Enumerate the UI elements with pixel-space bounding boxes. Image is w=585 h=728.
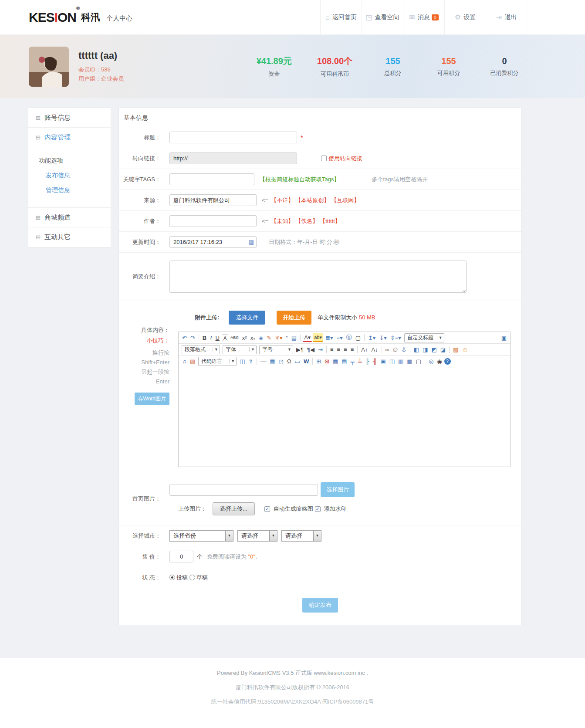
link-icon[interactable]: ∞ [384, 345, 391, 354]
province-select[interactable]: 选择省份▼ [169, 530, 233, 542]
align-left-icon[interactable]: ≡ [329, 345, 335, 354]
insert-image-icon[interactable]: ▧ [452, 345, 460, 354]
unlink-icon[interactable]: ∅ [392, 345, 399, 354]
anchor-name-icon[interactable]: ⓐ [345, 333, 353, 342]
calendar-icon[interactable]: ▦ [249, 239, 254, 245]
ltr-paragraph-icon[interactable]: ▶¶ [295, 345, 305, 354]
new-document-icon[interactable]: ▢ [354, 333, 362, 342]
special-char-icon[interactable]: Ω [286, 357, 293, 366]
indent-icon[interactable]: ↥▾ [367, 333, 377, 342]
draft-radio[interactable] [189, 575, 195, 580]
delete-row-icon[interactable]: ╧ [357, 357, 363, 366]
outdent-icon[interactable]: ↧▾ [378, 333, 388, 342]
save-word-images-button[interactable]: 存Word图片 [135, 393, 169, 405]
word-paste-icon[interactable]: W [302, 357, 310, 366]
district-select[interactable]: 请选择▼ [281, 530, 321, 542]
unordered-list-icon[interactable]: ≡▾ [335, 333, 344, 342]
insert-table-icon[interactable]: ⊞ [315, 357, 322, 366]
undo-icon[interactable]: ↶ [181, 333, 188, 342]
intro-textarea[interactable] [169, 261, 467, 293]
redo-icon[interactable]: ↷ [189, 333, 196, 342]
sidebar-item-account[interactable]: ⊞ 账号信息 [28, 108, 111, 128]
author-option-link[interactable]: 【未知】 [271, 217, 294, 225]
redirect-url-input[interactable] [169, 152, 297, 164]
choose-file-button[interactable]: 选择文件 [229, 311, 265, 325]
status-option-submit[interactable]: 投稿 [169, 574, 188, 582]
status-option-draft[interactable]: 草稿 [189, 574, 208, 582]
insert-row-icon[interactable]: ╤ [349, 357, 356, 366]
strikethrough-icon[interactable]: ABC [229, 333, 240, 342]
find-replace-icon[interactable]: ◉ [436, 357, 443, 366]
underline-icon[interactable]: U [214, 333, 221, 342]
rtl-paragraph-icon[interactable]: ¶◀ [306, 345, 316, 354]
format-brush-icon[interactable]: ✎ [265, 333, 273, 342]
title-input[interactable] [169, 132, 297, 143]
music-icon[interactable]: ♫ [181, 357, 188, 366]
align-center-icon[interactable]: ≡ [335, 345, 342, 354]
first-indent-icon[interactable]: ⇥ [317, 345, 324, 354]
calendar-insert-icon[interactable]: ▦ [268, 357, 276, 366]
bold-icon[interactable]: B [201, 333, 208, 342]
source-option-link[interactable]: 【互联网】 [331, 196, 359, 204]
blockquote-icon[interactable]: “ [285, 333, 289, 342]
ordered-list-icon[interactable]: ≣▾ [324, 333, 334, 342]
table-header-icon[interactable]: ▥ [397, 357, 405, 366]
layout-column-icon[interactable]: ◫ [238, 357, 246, 366]
avatar[interactable] [29, 47, 69, 87]
preview-icon[interactable]: ◎ [427, 357, 435, 366]
sidebar-link-publish[interactable]: 发布信息 [28, 168, 111, 183]
nav-back-home[interactable]: ⌂ 返回首页 [320, 0, 362, 35]
horizontal-rule-icon[interactable]: — [259, 357, 267, 366]
sidebar-item-content[interactable]: ⊟ 内容管理 [28, 128, 111, 147]
table-border-icon[interactable]: ▩ [406, 357, 413, 366]
auto-thumbnail-checkbox[interactable]: ✓ [264, 506, 270, 512]
font-smaller-icon[interactable]: A↓ [370, 345, 379, 354]
split-cell-icon[interactable]: ◫ [388, 357, 396, 366]
screenshot-icon[interactable]: ▭ [294, 357, 301, 366]
home-image-url-input[interactable] [169, 484, 318, 496]
eraser-icon[interactable]: ◈ [257, 333, 264, 342]
use-redirect-checkbox[interactable] [321, 156, 327, 161]
delete-table-icon[interactable]: ⊠ [323, 357, 331, 366]
delete-col-icon[interactable]: ╢ [372, 357, 378, 366]
align-right-icon[interactable]: ≡ [342, 345, 348, 354]
code-language-select[interactable]: 代码语言▼ [198, 357, 237, 366]
image-right-icon[interactable]: ◪ [439, 345, 447, 354]
insert-col-icon[interactable]: ╟ [364, 357, 371, 366]
clear-format-icon[interactable]: ✳▾ [274, 333, 284, 342]
auto-tags-link[interactable]: 【根据简短标题自动获取Tags】 [260, 176, 339, 183]
font-bigger-icon[interactable]: A↑ [360, 345, 369, 354]
subscript-icon[interactable]: x₂ [249, 333, 257, 342]
choose-upload-button[interactable]: 选择上传... [213, 502, 255, 515]
source-input[interactable] [169, 194, 257, 206]
table-props-icon[interactable]: ▦ [331, 357, 339, 366]
author-input[interactable] [169, 215, 257, 227]
sidebar-item-mall[interactable]: ⊞ 商城频道 [28, 208, 111, 227]
nav-view-space[interactable]: ◳ 查看空间 [362, 0, 403, 35]
confirm-publish-button[interactable]: 确定发布 [302, 598, 338, 613]
logo[interactable]: KESION® 科汛 个人中心 [29, 10, 320, 25]
merge-cells-icon[interactable]: ▣ [379, 357, 387, 366]
font-color-icon[interactable]: A▾ [303, 333, 312, 342]
sidebar-item-interact[interactable]: ⊞ 互动其它 [28, 227, 111, 247]
anchor-icon[interactable]: ⚓ [400, 345, 408, 354]
author-option-link[interactable]: 【佚名】 [295, 217, 318, 225]
line-height-icon[interactable]: ⇕≡▾ [389, 333, 402, 342]
submit-radio[interactable] [169, 575, 175, 580]
word-upload-icon[interactable]: ⇪ [247, 357, 254, 366]
update-time-input[interactable] [169, 236, 257, 248]
align-justify-icon[interactable]: ≡ [349, 345, 355, 354]
custom-title-select[interactable]: 自定义标题▼ [404, 333, 444, 342]
select-image-button[interactable]: 选择图片 [321, 482, 355, 497]
font-style-icon[interactable]: A [222, 335, 228, 341]
superscript-icon[interactable]: x² [241, 333, 248, 342]
emoticon-icon[interactable]: ☺ [460, 345, 470, 354]
nav-messages[interactable]: ✉ 消息 0 [403, 0, 444, 35]
paste-text-icon[interactable]: ▤ [290, 333, 298, 342]
nav-settings[interactable]: ⚙ 设置 [444, 0, 486, 35]
font-family-select[interactable]: 字体▼ [223, 345, 257, 354]
clock-icon[interactable]: ◷ [277, 357, 285, 366]
highlight-color-icon[interactable]: ab▾ [313, 333, 323, 342]
sidebar-link-manage[interactable]: 管理信息 [28, 183, 111, 198]
tags-input[interactable] [169, 173, 254, 185]
